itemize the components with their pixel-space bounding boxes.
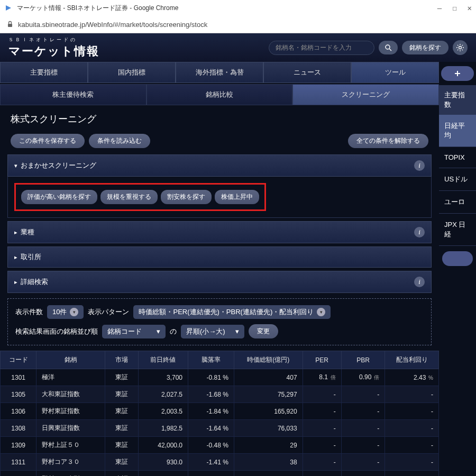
subtab-screening[interactable]: スクリーニング (292, 84, 439, 105)
tab-tools[interactable]: ツール (351, 62, 439, 83)
find-stock-button[interactable]: 銘柄を探す (402, 41, 448, 54)
sidebar-item-nikkei[interactable]: 日経平均 (439, 115, 476, 147)
pattern-label: 表示パターン (88, 307, 129, 317)
search-icon (385, 44, 392, 51)
chevron-down-icon: ▾ (235, 327, 239, 335)
settings-button[interactable] (453, 40, 468, 55)
section-detail-header[interactable]: ▸ 詳細検索 i (7, 271, 432, 293)
svg-point-4 (459, 47, 462, 49)
info-icon[interactable]: i (414, 227, 425, 237)
table-header[interactable]: 時価総額(億円) (234, 351, 303, 369)
svg-line-9 (457, 45, 458, 45)
table-row[interactable]: 1309野村上証５０東証42,000.0-0.48 %29--- (1, 437, 439, 454)
sidebar-item-usd[interactable]: USドル (439, 168, 476, 191)
chip-undervalued[interactable]: 割安株を探す (161, 190, 212, 204)
chevron-down-icon: ▾ (14, 162, 17, 169)
brand-subtitle: ＳＢＩネオトレードの (8, 36, 99, 43)
lock-icon (6, 21, 14, 28)
chip-scale[interactable]: 規模を重視する (100, 190, 158, 204)
table-header[interactable]: 配当利回り (385, 351, 439, 369)
sort-label: 検索結果画面の銘柄並び順 (15, 327, 98, 336)
sidebar: 主要指数 日経平均 TOPIX USドル ユーロ JPX 日経 (439, 62, 476, 476)
chevron-right-icon: ▸ (14, 279, 17, 286)
favicon (4, 4, 13, 12)
search-input[interactable]: 銘柄名・銘柄コードを入力 (269, 41, 374, 55)
chevron-down-icon: ▾ (317, 308, 325, 316)
address-bar[interactable]: kabuita.sbineotrade.jp/WebInfo/#/market/… (0, 16, 476, 33)
tab-domestic[interactable]: 国内指標 (88, 62, 176, 83)
info-icon[interactable]: i (414, 160, 425, 171)
sidebar-header: 主要指数 (439, 85, 476, 115)
table-header[interactable]: 前日終値 (138, 351, 188, 369)
svg-point-2 (386, 45, 390, 49)
chevron-down-icon: ▾ (70, 308, 78, 316)
sidebar-item-topix[interactable]: TOPIX (439, 147, 476, 168)
add-button[interactable] (441, 66, 474, 81)
sort-dir-select[interactable]: 昇順(小→大) ▾ (181, 325, 244, 338)
table-header[interactable]: PER (303, 351, 341, 369)
section-omakase-header[interactable]: ▾ おまかせスクリーニング i (7, 154, 432, 177)
section-exchange-label: 取引所 (21, 252, 41, 262)
svg-line-12 (462, 45, 463, 45)
sub-tabs: 株主優待検索 銘柄比較 スクリーニング (0, 84, 439, 105)
subtab-yutai[interactable]: 株主優待検索 (0, 84, 147, 105)
main-tabs: 主要指標 国内指標 海外指標・為替 ニュース ツール (0, 62, 439, 83)
save-condition-button[interactable]: この条件を保存する (11, 134, 85, 148)
table-header[interactable]: 銘柄 (36, 351, 105, 369)
table-header[interactable]: PBR (341, 351, 385, 369)
section-detail-label: 詳細検索 (21, 277, 48, 287)
table-row[interactable]: 1301極洋東証3,700-0.81 %4078.1 倍0.90 倍2.43 % (1, 369, 439, 386)
load-condition-button[interactable]: 条件を読み込む (89, 134, 150, 148)
close-button[interactable]: ✕ (468, 4, 472, 12)
svg-line-3 (389, 49, 391, 51)
table-row[interactable]: 1306野村東証指数東証2,003.5-1.84 %165,920--- (1, 403, 439, 420)
sidebar-pill[interactable] (442, 251, 473, 266)
url-text: kabuita.sbineotrade.jp/WebInfo/#/market/… (18, 21, 207, 29)
svg-line-10 (462, 50, 463, 50)
section-industry-header[interactable]: ▸ 業種 i (7, 221, 432, 243)
table-row[interactable]: 1305大和東証指数東証2,027.5-1.68 %75,297--- (1, 386, 439, 403)
highlight-box: 評価が高い銘柄を探す 規模を重視する 割安株を探す 株価上昇中 (14, 183, 266, 211)
app-header: ＳＢＩネオトレードの マーケット情報 銘柄名・銘柄コードを入力 銘柄を探す (0, 33, 476, 62)
table-header[interactable]: 市場 (105, 351, 138, 369)
table-row[interactable]: 1308日興東証指数東証1,982.5-1.64 %76,033--- (1, 420, 439, 437)
maximize-button[interactable]: ☐ (452, 4, 456, 12)
tab-main-indices[interactable]: 主要指標 (0, 62, 88, 83)
section-exchange-header[interactable]: ▸ 取引所 (7, 246, 432, 268)
table-header[interactable]: コード (1, 351, 36, 369)
sidebar-item-eur[interactable]: ユーロ (439, 191, 476, 214)
minimize-button[interactable]: — (437, 4, 442, 12)
count-select[interactable]: 10件 ▾ (47, 305, 84, 319)
svg-line-11 (457, 50, 458, 50)
page-title: 株式スクリーニング (0, 105, 439, 131)
pattern-select[interactable]: 時価総額・PER(連結優先)・PBR(連結優先)・配当利回り ▾ (133, 305, 331, 319)
subtab-compare[interactable]: 銘柄比較 (147, 84, 293, 105)
section-omakase-label: おまかせスクリーニング (21, 161, 96, 170)
tab-foreign-fx[interactable]: 海外指標・為替 (176, 62, 263, 83)
gear-icon (456, 43, 464, 52)
chevron-down-icon: ▾ (157, 327, 160, 335)
brand-title: マーケット情報 (8, 43, 99, 59)
table-row[interactable]: 1311野村コア３０東証930.0-1.41 %38--- (1, 454, 439, 471)
sort-field-select[interactable]: 銘柄コード ▾ (102, 325, 166, 338)
chrome-titlebar: マーケット情報 - SBIネオトレード証券 - Google Chrome — … (0, 0, 476, 16)
table-row[interactable]: 1312野村ＲＮ小型東証19,905.0-2.24 %10--- (1, 471, 439, 477)
chevron-right-icon: ▸ (14, 254, 17, 261)
chip-high-rating[interactable]: 評価が高い銘柄を探す (21, 190, 97, 204)
chip-rising[interactable]: 株価上昇中 (215, 190, 259, 204)
info-icon[interactable]: i (414, 277, 425, 287)
chevron-right-icon: ▸ (14, 229, 17, 236)
svg-marker-0 (6, 5, 11, 11)
change-button[interactable]: 変更 (249, 324, 278, 338)
window-title: マーケット情報 - SBIネオトレード証券 - Google Chrome (17, 4, 178, 13)
search-button[interactable] (379, 41, 398, 54)
sidebar-item-jpx[interactable]: JPX 日経 (439, 214, 476, 246)
table-header[interactable]: 騰落率 (188, 351, 234, 369)
tab-news[interactable]: ニュース (263, 62, 351, 83)
results-table: コード銘柄市場前日終値騰落率時価総額(億円)PERPBR配当利回り 1301極洋… (0, 351, 439, 476)
sort-sep: の (170, 327, 177, 336)
clear-condition-button[interactable]: 全ての条件を解除する (348, 134, 428, 148)
plus-icon (454, 70, 461, 77)
count-label: 表示件数 (15, 307, 43, 317)
display-options: 表示件数 10件 ▾ 表示パターン 時価総額・PER(連結優先)・PBR(連結優… (7, 298, 432, 345)
